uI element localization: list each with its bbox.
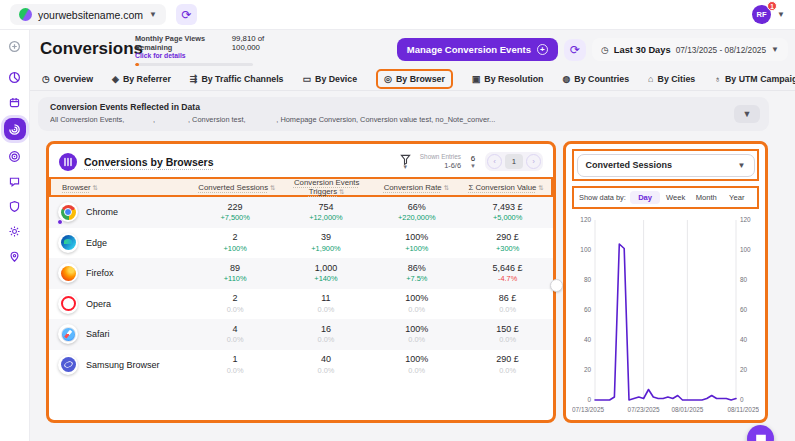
site-selector[interactable]: yourwebsitename.com ▼ xyxy=(10,4,166,25)
avatar[interactable]: RF 1 xyxy=(752,5,771,24)
manage-conversion-events-button[interactable]: Manage Conversion Events + xyxy=(397,38,558,61)
chevron-down-icon: ▼ xyxy=(738,161,746,170)
y-axis-tick-label: 100 xyxy=(740,246,751,253)
y-axis-tick-label: 120 xyxy=(580,216,591,223)
metric-cell: 86 £0.0% xyxy=(462,293,553,314)
metric-value: 11 xyxy=(281,293,372,305)
data-refresh-button[interactable]: ⟳ xyxy=(564,39,586,61)
metric-change: 0.0% xyxy=(371,366,462,376)
sidebar-item-add[interactable] xyxy=(6,37,24,55)
metric-cell: 40.0% xyxy=(190,324,281,345)
sidebar-item-goals[interactable] xyxy=(6,147,24,165)
utm-campaign-icon: ♁ xyxy=(714,74,721,84)
tab-label: By UTM Campaign xyxy=(725,74,795,84)
table-row[interactable]: Chrome229+7,500%754+12,000%66%+220,000%7… xyxy=(49,197,553,228)
sidebar-item-dashboard[interactable] xyxy=(6,68,24,86)
column-conversion-value[interactable]: Σ Conversion Value xyxy=(468,183,536,192)
browser-icon: ◎ xyxy=(384,74,392,84)
shown-entries: Shown Entries 1-6/6 xyxy=(420,153,461,170)
sidebar-item-conversions[interactable] xyxy=(4,118,26,140)
metric-cell: 10.0% xyxy=(190,354,281,375)
sidebar-item-calendar[interactable] xyxy=(6,93,24,111)
metric-value: 39 xyxy=(281,232,372,244)
metric-change: +1,900% xyxy=(281,244,372,254)
metric-cell: 7,493 £+5,000% xyxy=(462,202,553,223)
column-conversion-events-triggers[interactable]: Conversion Events Triggers xyxy=(294,178,359,196)
sidebar-item-settings[interactable] xyxy=(6,222,24,240)
page-size-select[interactable]: 6 ▼ xyxy=(470,155,476,169)
gear-icon xyxy=(8,225,21,238)
location-icon xyxy=(8,250,21,263)
sidebar-item-security[interactable] xyxy=(6,197,24,215)
metric-cell: 5,646 £-4.7% xyxy=(462,263,553,284)
line-chart-svg: 07/13/202507/23/202508/01/202508/11/2025… xyxy=(572,212,759,415)
y-axis-tick-label: 60 xyxy=(584,306,592,313)
opera-icon xyxy=(61,296,76,311)
metric-value: 86 £ xyxy=(462,293,553,305)
table-row[interactable]: Edge2+100%39+1,900%100%+100%290 £+300% xyxy=(49,228,553,259)
notification-badge: 1 xyxy=(767,1,777,11)
browser-name: Safari xyxy=(86,329,110,339)
previous-page-button[interactable]: ‹ xyxy=(487,154,502,169)
site-refresh-button[interactable]: ⟳ xyxy=(176,4,197,25)
metric-cell: 160.0% xyxy=(281,324,372,345)
column-converted-sessions[interactable]: Converted Sessions xyxy=(198,183,268,192)
account-chevron-down-icon[interactable]: ▼ xyxy=(777,10,785,19)
refresh-icon: ⟳ xyxy=(570,43,580,57)
cities-icon: ⌂ xyxy=(648,74,653,84)
banner-title: Conversion Events Reflected in Data xyxy=(50,102,757,112)
metric-value: 754 xyxy=(281,202,372,214)
tab-by-device[interactable]: ▭By Device xyxy=(303,74,358,84)
tab-by-cities[interactable]: ⌂By Cities xyxy=(648,74,695,84)
metric-cell: 2+100% xyxy=(190,232,281,253)
main-content: Conversions Monthly Page Views Remaining… xyxy=(30,30,795,441)
tab-by-traffic-channels[interactable]: ⇶By Traffic Channels xyxy=(190,74,284,84)
column-browser[interactable]: Browser xyxy=(62,183,91,192)
column-conversion-rate[interactable]: Conversion Rate xyxy=(384,183,442,192)
radar-icon xyxy=(8,150,21,163)
metric-cell: 110.0% xyxy=(281,293,372,314)
tab-by-resolution[interactable]: ▣By Resolution xyxy=(472,74,544,84)
chat-icon xyxy=(8,175,21,188)
period-day[interactable]: Day xyxy=(630,191,661,204)
sort-icon[interactable]: ⇅ xyxy=(339,188,344,196)
tab-by-referrer[interactable]: ◈By Referrer xyxy=(112,74,171,84)
metric-select[interactable]: Converted Sessions ▼ xyxy=(577,154,755,177)
period-week[interactable]: Week xyxy=(660,191,691,204)
topbar: yourwebsitename.com ▼ ⟳ RF 1 ▼ xyxy=(0,0,795,30)
next-page-button[interactable]: › xyxy=(526,154,541,169)
sort-icon[interactable]: ⇅ xyxy=(538,184,543,192)
table-row[interactable]: Samsung Browser10.0%400.0%100%0.0%290 £0… xyxy=(49,350,553,381)
tab-by-browser[interactable]: ◎By Browser xyxy=(376,69,453,89)
traffic-channels-icon: ⇶ xyxy=(190,74,198,84)
tab-by-countries[interactable]: ◍By Countries xyxy=(563,74,630,84)
period-month[interactable]: Month xyxy=(691,191,722,204)
filter-button[interactable]: ▼ xyxy=(400,154,411,170)
site-name: yourwebsitename.com xyxy=(38,9,143,21)
y-axis-tick-label: 120 xyxy=(740,216,751,223)
pageviews-progress-fill xyxy=(135,63,139,66)
sort-icon[interactable]: ⇅ xyxy=(93,184,98,192)
pageviews-details-link[interactable]: Click for details xyxy=(135,52,285,59)
table-row[interactable]: Opera20.0%110.0%100%0.0%86 £0.0% xyxy=(49,289,553,320)
chat-bubble-icon xyxy=(754,432,768,441)
panel-resize-handle[interactable] xyxy=(550,279,563,292)
sort-icon[interactable]: ⇅ xyxy=(270,184,275,192)
tab-label: By Referrer xyxy=(123,74,171,84)
sort-icon[interactable]: ⇅ xyxy=(444,184,449,192)
sidebar-item-locations[interactable] xyxy=(6,247,24,265)
referrer-icon: ◈ xyxy=(112,74,119,84)
browsers-card-icon xyxy=(59,153,77,171)
y-axis-tick-label: 0 xyxy=(587,396,591,403)
tab-overview[interactable]: ◷Overview xyxy=(42,74,93,84)
tab-by-utm-campaign[interactable]: ♁By UTM Campaign xyxy=(714,74,795,84)
browser-icon-chip xyxy=(58,294,78,314)
banner-expand-button[interactable]: ▼ xyxy=(734,105,760,123)
date-range-picker[interactable]: ◷ Last 30 Days 07/13/2025 - 08/12/2025 ▼ xyxy=(592,38,788,61)
period-year[interactable]: Year xyxy=(721,191,752,204)
metric-value: 1 xyxy=(190,354,281,366)
table-row[interactable]: Safari40.0%160.0%100%0.0%150 £0.0% xyxy=(49,319,553,350)
sidebar-item-feedback[interactable] xyxy=(6,172,24,190)
table-row[interactable]: Firefox89+110%1,000+140%86%+7.5%5,646 £-… xyxy=(49,258,553,289)
converted-sessions-line xyxy=(595,244,736,400)
